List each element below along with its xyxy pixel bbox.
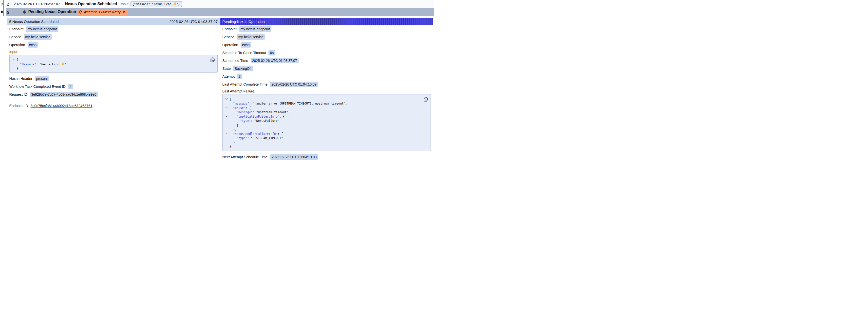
value-badge: my-hello-service bbox=[24, 34, 52, 40]
value-badge: present bbox=[35, 76, 49, 82]
value-badge: 0s bbox=[269, 50, 275, 56]
value-badge: my-nexus-endpoint bbox=[26, 26, 58, 32]
field-next-attempt-schedule-time: Next Attempt Schedule Time 2025-02-26 UT… bbox=[222, 153, 431, 161]
field-label: Scheduled Time bbox=[222, 59, 248, 63]
asterisk-icon bbox=[23, 10, 26, 14]
field-nexus-header: Nexus Header present bbox=[9, 75, 218, 83]
copy-icon[interactable] bbox=[211, 58, 215, 62]
attempt-retry-badge: Attempt 3 • Next Retry 0s bbox=[78, 9, 128, 15]
field-endpoint: Endpoint my-nexus-endpoint bbox=[9, 25, 218, 33]
field-label: Nexus Header bbox=[9, 77, 32, 80]
code-line: "type": "NexusFailure" bbox=[229, 119, 421, 123]
field-label: Operation bbox=[222, 43, 238, 47]
code-line: { bbox=[17, 58, 208, 62]
wave-emoji bbox=[61, 62, 64, 66]
value-badge: 3 bbox=[237, 74, 242, 79]
field-label: State bbox=[222, 67, 231, 70]
input-preview-text: {"Message":"Nexus Echo "} bbox=[132, 2, 180, 6]
pending-panel-title: Pending Nexus Operation bbox=[222, 20, 265, 24]
scheduled-panel-title: 5 Nexus Operation Scheduled bbox=[9, 20, 59, 24]
field-operation: Operation echo bbox=[222, 41, 431, 49]
collapse-chevron-icon[interactable] bbox=[225, 98, 228, 100]
pending-panel-header: Pending Nexus Operation bbox=[220, 18, 433, 25]
field-label: Service bbox=[9, 35, 22, 39]
code-line: } bbox=[229, 145, 421, 149]
code-line: "nexusHandlerFailureInfo": { bbox=[229, 132, 421, 136]
scheduled-panel-header: 5 Nexus Operation Scheduled 2025-02-26 U… bbox=[7, 18, 220, 25]
collapse-chevron-icon[interactable] bbox=[12, 59, 15, 60]
field-label: Service bbox=[222, 35, 235, 39]
code-line: "message": "handler error (UPSTREAM_TIME… bbox=[229, 102, 421, 106]
field-wft-completed-event-id: Workflow Task Completed Event ID 4 bbox=[9, 83, 218, 91]
field-service: Service my-hello-service bbox=[9, 33, 218, 41]
value-badge: 2025-02-26 UTC 01:04:10.09 bbox=[270, 82, 318, 87]
endpoint-id-link[interactable]: 3c0c75ccfa8144b092c13ce632463761 bbox=[31, 104, 93, 108]
code-line: } bbox=[229, 123, 421, 128]
value-badge: echo bbox=[28, 42, 38, 47]
code-line: "cause": { bbox=[229, 106, 421, 110]
code-line: { bbox=[229, 97, 421, 102]
code-line: }, bbox=[229, 127, 421, 132]
field-label: Input bbox=[9, 50, 17, 54]
value-badge: 4 bbox=[68, 84, 73, 89]
field-label: Endpoint bbox=[9, 27, 24, 31]
field-input-label: Input bbox=[9, 49, 218, 55]
field-endpoint: Endpoint my-nexus-endpoint bbox=[222, 25, 431, 33]
event-id-link[interactable]: 5 bbox=[7, 2, 9, 6]
retry-icon bbox=[79, 10, 83, 14]
field-scheduled-time: Scheduled Time 2025-02-26 UTC 01:03:37.0… bbox=[222, 57, 431, 65]
pending-detail-panel: Pending Nexus Operation Endpoint my-nexu… bbox=[220, 18, 433, 161]
field-label: Operation bbox=[9, 43, 25, 47]
value-badge: my-hello-service bbox=[237, 34, 265, 40]
value-badge: BackingOff bbox=[233, 66, 253, 71]
collapse-chevron-icon[interactable] bbox=[225, 133, 228, 134]
field-label: Last Attempt Failure bbox=[222, 89, 254, 93]
event-timestamp: 2025-02-26 UTC 01:03:37.07 bbox=[14, 2, 60, 6]
value-badge: 2025-02-26 UTC 01:04:13.93 bbox=[270, 154, 318, 160]
value-badge: 3e829b7e-7d67-4b08-aad3-b1e868bfe9e0 bbox=[30, 92, 98, 97]
field-attempt: Attempt 3 bbox=[222, 72, 431, 80]
field-last-attempt-complete-time: Last Attempt Complete Time 2025-02-26 UT… bbox=[222, 80, 431, 88]
field-request-id: Request ID 3e829b7e-7d67-4b08-aad3-b1e86… bbox=[9, 91, 218, 98]
collapse-chevron-icon[interactable] bbox=[225, 116, 228, 117]
value-badge: echo bbox=[241, 42, 251, 47]
field-endpoint-id: Endpoint ID 3c0c75ccfa8144b092c13ce63246… bbox=[9, 102, 218, 110]
timeline-dotted-connector bbox=[2, 5, 2, 16]
timeline-active-bar bbox=[3, 0, 4, 16]
event-input-label: Input bbox=[121, 2, 128, 6]
event-row-pending[interactable]: 5 Pending Nexus Operation Attempt 3 • Ne… bbox=[6, 8, 434, 16]
field-label: Request ID bbox=[9, 93, 27, 96]
value-badge: my-nexus-endpoint bbox=[239, 26, 271, 32]
scheduled-panel-timestamp: 2025-02-26 UTC 01:03:37.07 bbox=[169, 20, 218, 24]
timeline-pending-dot bbox=[1, 11, 3, 13]
code-line: "Message": "Nexus Echo " bbox=[17, 62, 208, 67]
pending-id-link[interactable]: 5 bbox=[7, 10, 9, 14]
failure-json-block[interactable]: { "message": "handler error (UPSTREAM_TI… bbox=[222, 94, 431, 151]
field-last-attempt-failure-label: Last Attempt Failure bbox=[222, 88, 431, 94]
input-json-block[interactable]: { "Message": "Nexus Echo "} bbox=[9, 55, 218, 73]
timeline-event-dot bbox=[1, 3, 3, 5]
field-operation: Operation echo bbox=[9, 41, 218, 49]
collapse-chevron-icon[interactable] bbox=[225, 107, 228, 108]
copy-icon[interactable] bbox=[424, 97, 428, 102]
field-label: Last Attempt Complete Time bbox=[222, 82, 268, 86]
field-label: Endpoint bbox=[222, 27, 237, 31]
field-label: Next Attempt Schedule Time bbox=[222, 155, 268, 159]
field-label: Endpoint ID bbox=[9, 104, 28, 108]
field-schedule-to-close-timeout: Schedule To Close Timeout 0s bbox=[222, 49, 431, 57]
event-input-preview-chip[interactable]: {"Message":"Nexus Echo "} bbox=[130, 1, 182, 7]
event-detail-panels: 5 Nexus Operation Scheduled 2025-02-26 U… bbox=[7, 18, 433, 161]
event-row-scheduled[interactable]: 5 2025-02-26 UTC 01:03:37.07 Nexus Opera… bbox=[6, 0, 434, 8]
event-title: Nexus Operation Scheduled bbox=[65, 2, 117, 6]
scheduled-detail-panel: 5 Nexus Operation Scheduled 2025-02-26 U… bbox=[7, 18, 220, 161]
field-state: State BackingOff bbox=[222, 65, 431, 72]
wave-emoji bbox=[173, 2, 177, 5]
code-line: } bbox=[17, 67, 208, 71]
code-line: } bbox=[229, 140, 421, 145]
code-line: "type": "UPSTREAM_TIMEOUT" bbox=[229, 136, 421, 140]
code-line: "message": "upstream timeout", bbox=[229, 110, 421, 115]
value-badge: 2025-02-26 UTC 01:03:37.07 bbox=[251, 58, 299, 63]
field-label: Schedule To Close Timeout bbox=[222, 51, 266, 55]
field-label: Attempt bbox=[222, 74, 235, 78]
field-service: Service my-hello-service bbox=[222, 33, 431, 41]
